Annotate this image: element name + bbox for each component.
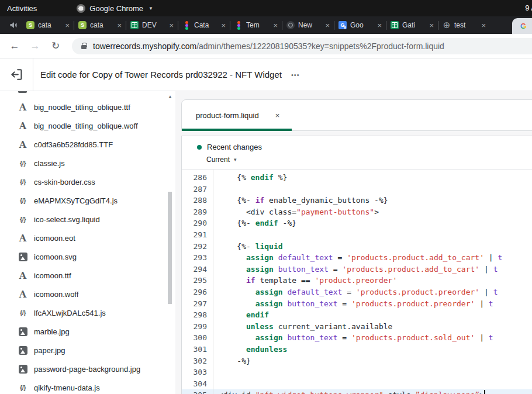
tab-close-icon[interactable]: ×	[169, 21, 174, 30]
tab-close-icon[interactable]: ×	[221, 21, 226, 30]
line-content: <div class="payment-buttons">	[213, 206, 379, 218]
keyword-token: default_text	[278, 253, 333, 262]
code-line-295[interactable]: 295 if template == 'product.preorder'	[182, 275, 532, 286]
browser-tab-cata[interactable]: Scata×	[74, 16, 126, 34]
shopify-icon: S	[78, 21, 87, 29]
address-bar[interactable]: towerrecords.myshopify.com/admin/themes/…	[72, 38, 532, 54]
browser-tab-goo[interactable]: GGoo×	[334, 16, 386, 34]
file-row-qikify-tmenu-data.js[interactable]: {/}qikify-tmenu-data.js	[0, 378, 175, 394]
line-number: 305	[182, 389, 213, 394]
tab-close-icon[interactable]: ×	[273, 21, 278, 30]
line-number: 290	[182, 217, 213, 229]
browser-tab-dev[interactable]: DEV×	[126, 16, 178, 34]
keyword-token: assign	[246, 265, 274, 274]
font-file-icon: A	[17, 139, 29, 150]
file-row-icomoon.woff[interactable]: Aicomoon.woff	[0, 285, 175, 303]
file-row-big_noodle_titling_oblique.woff[interactable]: Abig_noodle_titling_oblique.woff	[0, 116, 175, 135]
kebab-menu-icon[interactable]: •••	[291, 71, 300, 78]
code-line-299[interactable]: 299 unless current_variant.available	[182, 321, 532, 333]
line-content	[213, 378, 219, 390]
code-token	[219, 276, 246, 285]
tab-close-icon[interactable]: ×	[117, 21, 122, 30]
browser-tab-partial[interactable]: G	[512, 18, 532, 34]
file-row-paper.jpg[interactable]: paper.jpg	[0, 341, 175, 360]
page-header: Edit code for Copy of Tower Records prd0…	[0, 58, 532, 91]
code-line-300[interactable]: 300 assign button_text = 'products.produ…	[182, 332, 532, 344]
code-line-292[interactable]: 292 {%- liquid	[182, 241, 532, 253]
code-line-302[interactable]: 302 -%}	[182, 355, 532, 367]
code-line-296[interactable]: 296 assign default_text = 'products.prod…	[182, 286, 532, 298]
reload-button[interactable]: ↻	[48, 39, 63, 54]
code-file-icon: {/}	[17, 178, 29, 185]
browser-tab-tem[interactable]: Tem×	[230, 16, 282, 34]
code-line-290[interactable]: 290 {%- endif -%}	[182, 217, 532, 229]
code-line-297[interactable]: 297 assign button_text = 'products.produ…	[182, 298, 532, 310]
browser-tab-test[interactable]: ⊕test×	[438, 16, 490, 34]
file-name: ico-select.svg.liquid	[34, 215, 100, 224]
code-line-289[interactable]: 289 <div class="payment-buttons">	[182, 206, 532, 218]
code-line-286[interactable]: 286 {% endif %}	[182, 172, 532, 184]
tab-title: New	[298, 21, 322, 29]
back-button[interactable]: ←	[7, 39, 22, 54]
code-line-288[interactable]: 288 {%- if enable_dynamic_buttons -%}	[182, 195, 532, 206]
browser-tab-cata[interactable]: Cata×	[178, 16, 230, 34]
tab-close-icon[interactable]: ×	[377, 21, 382, 30]
keyword-token: assign	[255, 299, 283, 308]
recent-changes-bar: Recent changes Current ▾	[182, 136, 532, 170]
editor-tab-product-form[interactable]: product-form.liquid ×	[196, 100, 279, 130]
file-row-c0df3a6b528fdd85.TTF[interactable]: Ac0df3a6b528fdd85.TTF	[0, 135, 175, 154]
app-menu[interactable]: Google Chrome ▼	[77, 4, 153, 13]
tab-close-icon[interactable]: ×	[65, 21, 70, 30]
browser-tab-cata[interactable]: Scata×	[22, 16, 74, 34]
tab-title: cata	[38, 21, 61, 29]
lock-icon[interactable]	[81, 45, 87, 49]
code-line-293[interactable]: 293 assign default_text = 'products.prod…	[182, 252, 532, 264]
code-token: |	[484, 253, 498, 262]
code-line-301[interactable]: 301 endunless	[182, 344, 532, 355]
scrollbar-up-icon[interactable]: ▲	[167, 94, 173, 99]
code-line-291[interactable]: 291	[182, 229, 532, 241]
file-row-classie.js[interactable]: {/}classie.js	[0, 154, 175, 172]
exit-code-editor-button[interactable]	[0, 58, 33, 91]
file-row-password-page-background.jpg[interactable]: password-page-background.jpg	[0, 360, 175, 378]
file-name: c0df3a6b528fdd85.TTF	[34, 140, 113, 149]
activities-button[interactable]: Activities	[7, 4, 37, 13]
line-content: endif	[213, 309, 269, 321]
tab-close-icon[interactable]: ×	[429, 21, 434, 30]
code-token: =	[338, 299, 351, 308]
file-row-icomoon.svg[interactable]: icomoon.svg	[0, 247, 175, 266]
file-row-marble.jpg[interactable]: marble.jpg	[0, 322, 175, 341]
version-dropdown[interactable]: Current ▾	[206, 155, 532, 164]
code-token: =	[329, 265, 342, 274]
tab-close-icon[interactable]: ×	[325, 21, 330, 30]
sidebar-scrollbar-thumb[interactable]	[168, 192, 172, 304]
string-token: ”display:none”	[416, 390, 480, 394]
code-token: |	[479, 265, 493, 274]
exit-icon	[10, 68, 23, 81]
line-number: 295	[182, 275, 213, 286]
code-line-304[interactable]: 304	[182, 378, 532, 390]
file-row-big_noodle_titling_oblique.ttf[interactable]: Abig_noodle_titling_oblique.ttf	[0, 98, 175, 116]
file-row-icomoon.ttf[interactable]: Aicomoon.ttf	[0, 266, 175, 285]
file-row-cs-skin-border.css[interactable]: {/}cs-skin-border.css	[0, 172, 175, 191]
code-editor[interactable]: 286 {% endif %}287288 {%- if enable_dyna…	[182, 170, 532, 394]
file-row-ico-select.svg.liquid[interactable]: {/}ico-select.svg.liquid	[0, 210, 175, 229]
file-row-icomoon.eot[interactable]: Aicomoon.eot	[0, 229, 175, 247]
code-token	[219, 322, 246, 331]
code-line-294[interactable]: 294 assign button_text = 'products.produ…	[182, 264, 532, 275]
code-line-298[interactable]: 298 endif	[182, 309, 532, 321]
file-name: qikify-tmenu-data.js	[34, 383, 100, 392]
file-row-lfcAXLwjkDALc541.js[interactable]: {/}lfcAXLwjkDALc541.js	[0, 303, 175, 322]
editor-tab-close-icon[interactable]: ×	[275, 111, 280, 120]
file-row-eMAPMXSyTCgGdiT4.js[interactable]: {/}eMAPMXSyTCgGdiT4.js	[0, 191, 175, 210]
code-line-303[interactable]: 303	[182, 367, 532, 378]
browser-tab-gati[interactable]: Gati×	[386, 16, 438, 34]
code-line-287[interactable]: 287	[182, 184, 532, 195]
tab-close-icon[interactable]: ×	[481, 21, 486, 30]
code-line-305[interactable]: 305<div id="nft-widget-buttons-wrapper" …	[182, 389, 532, 394]
code-token	[219, 288, 255, 296]
string-token: 'products.product.sold_out'	[351, 333, 475, 342]
browser-tab-new[interactable]: New×	[282, 16, 334, 34]
line-content: {%- endif -%}	[213, 217, 296, 229]
line-content: {%- liquid	[213, 241, 283, 253]
